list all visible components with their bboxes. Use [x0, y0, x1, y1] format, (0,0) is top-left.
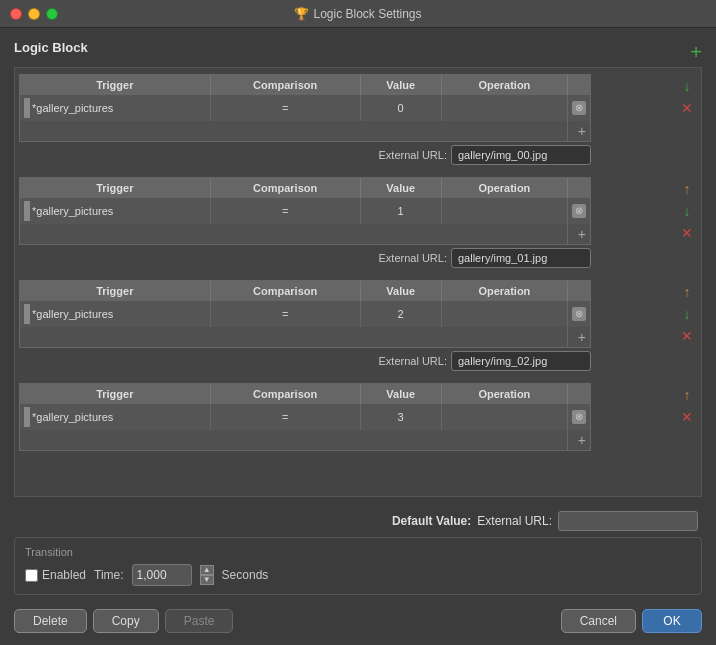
operation-cell-2 — [441, 301, 567, 327]
row-indicator — [24, 98, 30, 118]
header-delete-2 — [568, 281, 591, 301]
enabled-checkbox[interactable] — [25, 569, 38, 582]
comparison-cell-1: = — [210, 198, 360, 224]
header-operation-2: Operation — [441, 281, 567, 301]
add-logic-block-button[interactable]: + — [690, 42, 702, 62]
condition-table-1: Trigger Comparison Value Operation — [20, 178, 590, 244]
table-row: *gallery_pictures = 0 ⊗ — [20, 95, 590, 121]
move-down-button-2[interactable]: ↓ — [677, 304, 697, 324]
value-cell-1: 1 — [360, 198, 441, 224]
table-row-empty: + — [20, 430, 590, 450]
right-buttons: Cancel OK — [561, 609, 702, 633]
trigger-cell-0: *gallery_pictures — [20, 95, 210, 121]
paste-button[interactable]: Paste — [165, 609, 234, 633]
window-title: Logic Block Settings — [313, 7, 421, 21]
header-delete-0 — [568, 75, 591, 95]
condition-table-2: Trigger Comparison Value Operation — [20, 281, 590, 347]
title-bar: 🏆 Logic Block Settings — [0, 0, 716, 28]
logic-block-2: Trigger Comparison Value Operation — [19, 280, 697, 371]
table-row: *gallery_pictures = 1 ⊗ — [20, 198, 590, 224]
title-icon: 🏆 — [294, 7, 309, 21]
move-down-button-0[interactable]: ↓ — [677, 76, 697, 96]
trigger-cell-1: *gallery_pictures — [20, 198, 210, 224]
logic-block-0: Trigger Comparison Value Operation — [19, 74, 697, 165]
block-main-0: Trigger Comparison Value Operation — [19, 74, 671, 165]
ok-button[interactable]: OK — [642, 609, 702, 633]
bottom-bar: Delete Copy Paste Cancel OK — [14, 605, 702, 633]
header-value-1: Value — [360, 178, 441, 198]
move-up-button-2[interactable]: ↑ — [677, 282, 697, 302]
transition-title: Transition — [25, 546, 691, 558]
delete-block-button-1[interactable]: ✕ — [677, 223, 697, 243]
ext-url-input-1[interactable] — [451, 248, 591, 268]
trigger-value-2: *gallery_pictures — [32, 308, 113, 320]
delete-button[interactable]: Delete — [14, 609, 87, 633]
trigger-value-3: *gallery_pictures — [32, 411, 113, 423]
table-wrapper-3: Trigger Comparison Value Operation — [19, 383, 591, 451]
transition-controls: Enabled Time: ▲ ▼ Seconds — [25, 564, 691, 586]
value-cell-2: 2 — [360, 301, 441, 327]
ext-url-input-0[interactable] — [451, 145, 591, 165]
default-value-label: Default Value: — [392, 514, 471, 528]
time-increment-button[interactable]: ▲ — [200, 565, 214, 575]
header-trigger-3: Trigger — [20, 384, 210, 404]
value-cell-0: 0 — [360, 95, 441, 121]
add-row-cell-0: + — [568, 121, 591, 141]
block-main-2: Trigger Comparison Value Operation — [19, 280, 671, 371]
value-cell-3: 3 — [360, 404, 441, 430]
enabled-checkbox-wrapper: Enabled — [25, 568, 86, 582]
header-trigger-0: Trigger — [20, 75, 210, 95]
block-controls-0: ↓ ✕ — [677, 74, 697, 118]
delete-row-button-1[interactable]: ⊗ — [572, 204, 586, 218]
trigger-value-0: *gallery_pictures — [32, 102, 113, 114]
table-row-empty: + — [20, 327, 590, 347]
table-wrapper-0: Trigger Comparison Value Operation — [19, 74, 591, 142]
copy-button[interactable]: Copy — [93, 609, 159, 633]
transition-section: Transition Enabled Time: ▲ ▼ Seconds — [14, 537, 702, 595]
time-input[interactable] — [132, 564, 192, 586]
add-row-cell-1: + — [568, 224, 591, 244]
delete-block-button-3[interactable]: ✕ — [677, 407, 697, 427]
header-value-2: Value — [360, 281, 441, 301]
header-value-0: Value — [360, 75, 441, 95]
cancel-button[interactable]: Cancel — [561, 609, 636, 633]
add-row-button-0[interactable]: + — [578, 123, 586, 139]
table-wrapper-2: Trigger Comparison Value Operation — [19, 280, 591, 348]
seconds-label: Seconds — [222, 568, 269, 582]
window-controls[interactable] — [10, 8, 58, 20]
trigger-cell-2: *gallery_pictures — [20, 301, 210, 327]
block-controls-3: ↑ ✕ — [677, 383, 697, 427]
row-indicator — [24, 201, 30, 221]
table-row: *gallery_pictures = 3 ⊗ — [20, 404, 590, 430]
delete-block-button-0[interactable]: ✕ — [677, 98, 697, 118]
empty-row — [20, 327, 568, 347]
default-ext-url-input[interactable] — [558, 511, 698, 531]
delete-block-button-2[interactable]: ✕ — [677, 326, 697, 346]
delete-row-button-0[interactable]: ⊗ — [572, 101, 586, 115]
move-up-button-3[interactable]: ↑ — [677, 385, 697, 405]
header-trigger-1: Trigger — [20, 178, 210, 198]
move-down-button-1[interactable]: ↓ — [677, 201, 697, 221]
maximize-button[interactable] — [46, 8, 58, 20]
ext-url-label-1: External URL: — [379, 252, 447, 264]
ext-url-input-2[interactable] — [451, 351, 591, 371]
delete-cell-3: ⊗ — [568, 404, 591, 430]
empty-row — [20, 224, 568, 244]
delete-row-button-3[interactable]: ⊗ — [572, 410, 586, 424]
logic-blocks-scroll[interactable]: Trigger Comparison Value Operation — [14, 67, 702, 497]
empty-row — [20, 430, 568, 450]
add-row-button-3[interactable]: + — [578, 432, 586, 448]
move-up-button-1[interactable]: ↑ — [677, 179, 697, 199]
block-main-3: Trigger Comparison Value Operation — [19, 383, 671, 451]
comparison-cell-0: = — [210, 95, 360, 121]
minimize-button[interactable] — [28, 8, 40, 20]
close-button[interactable] — [10, 8, 22, 20]
add-row-button-1[interactable]: + — [578, 226, 586, 242]
time-stepper: ▲ ▼ — [200, 565, 214, 585]
add-row-button-2[interactable]: + — [578, 329, 586, 345]
delete-row-button-2[interactable]: ⊗ — [572, 307, 586, 321]
condition-table-0: Trigger Comparison Value Operation — [20, 75, 590, 141]
enabled-label: Enabled — [42, 568, 86, 582]
row-indicator — [24, 407, 30, 427]
time-decrement-button[interactable]: ▼ — [200, 575, 214, 585]
